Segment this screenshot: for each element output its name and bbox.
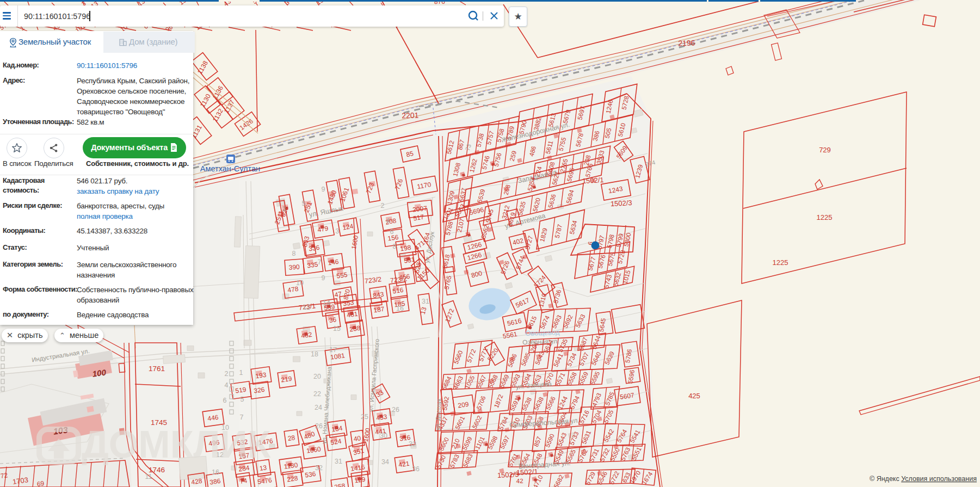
- svg-text:28: 28: [287, 434, 295, 442]
- svg-text:146: 146: [328, 258, 340, 267]
- svg-text:32: 32: [315, 464, 323, 472]
- svg-text:1225: 1225: [817, 213, 833, 221]
- svg-text:32: 32: [409, 440, 416, 448]
- svg-text:482: 482: [301, 331, 313, 340]
- svg-text:524: 524: [330, 437, 342, 447]
- svg-text:2201: 2201: [402, 110, 419, 120]
- svg-text:9: 9: [322, 274, 325, 282]
- svg-text:24: 24: [315, 404, 322, 411]
- svg-text:1502/1: 1502/1: [582, 176, 604, 185]
- svg-text:72: 72: [0, 471, 8, 480]
- svg-text:433: 433: [376, 413, 388, 422]
- svg-text:428: 428: [191, 477, 203, 486]
- svg-text:390: 390: [288, 263, 300, 271]
- svg-text:1761: 1761: [149, 365, 165, 373]
- svg-text:20: 20: [313, 373, 321, 380]
- svg-text:16: 16: [396, 305, 404, 312]
- svg-text:34: 34: [381, 458, 389, 466]
- svg-text:36: 36: [412, 465, 420, 473]
- svg-text:3: 3: [336, 227, 340, 235]
- svg-text:6: 6: [390, 228, 394, 236]
- svg-text:© Яндекс Условия использования: © Яндекс Условия использования: [870, 475, 977, 483]
- svg-text:18: 18: [311, 350, 318, 358]
- svg-text:Аметхан-Султан: Аметхан-Султан: [200, 164, 260, 173]
- svg-text:4: 4: [386, 217, 390, 225]
- svg-text:7: 7: [318, 258, 322, 266]
- svg-text:228: 228: [287, 474, 299, 484]
- svg-text:17: 17: [329, 346, 337, 354]
- svg-text:42: 42: [516, 478, 523, 484]
- svg-text:12: 12: [303, 304, 310, 311]
- svg-text:36: 36: [329, 316, 337, 324]
- svg-text:421: 421: [398, 460, 410, 469]
- svg-text:193: 193: [255, 371, 267, 380]
- svg-text:100: 100: [92, 367, 107, 378]
- svg-text:5: 5: [302, 200, 306, 207]
- svg-text:1: 1: [239, 369, 243, 377]
- svg-text:2: 2: [381, 202, 385, 209]
- svg-text:238: 238: [349, 324, 361, 334]
- svg-text:2: 2: [225, 370, 229, 378]
- svg-text:16: 16: [212, 468, 219, 476]
- svg-text:326: 326: [254, 386, 266, 395]
- svg-text:1502/1: 1502/1: [516, 467, 538, 477]
- svg-text:353: 353: [343, 299, 355, 308]
- svg-text:129: 129: [354, 476, 366, 485]
- svg-text:11: 11: [145, 473, 152, 480]
- svg-text:198: 198: [400, 244, 412, 253]
- svg-text:26: 26: [392, 406, 399, 414]
- svg-text:74: 74: [239, 477, 248, 485]
- svg-text:22: 22: [313, 390, 321, 398]
- svg-text:31: 31: [335, 458, 342, 465]
- svg-text:481: 481: [347, 310, 359, 319]
- svg-text:14: 14: [323, 299, 330, 307]
- svg-text:446: 446: [207, 414, 219, 423]
- svg-text:219: 219: [281, 375, 293, 384]
- svg-text:336: 336: [309, 244, 320, 253]
- svg-text:47: 47: [334, 290, 343, 299]
- svg-text:519: 519: [235, 386, 247, 395]
- svg-text:187: 187: [373, 305, 385, 315]
- svg-text:5: 5: [241, 396, 244, 403]
- svg-text:15: 15: [333, 325, 341, 332]
- svg-text:ДОМКЛИК: ДОМКЛИК: [82, 423, 271, 466]
- svg-text:30: 30: [380, 432, 387, 440]
- svg-text:3: 3: [282, 205, 286, 213]
- svg-text:134: 134: [331, 424, 343, 434]
- svg-text:425: 425: [688, 392, 700, 400]
- svg-text:516: 516: [392, 286, 404, 295]
- svg-text:1502/3: 1502/3: [611, 199, 632, 208]
- svg-text:6: 6: [223, 397, 227, 404]
- svg-text:31: 31: [422, 298, 429, 305]
- svg-text:40: 40: [353, 434, 361, 443]
- svg-text:386: 386: [209, 477, 221, 486]
- svg-text:843: 843: [373, 291, 385, 300]
- svg-text:Овощевод: Овощевод: [525, 328, 560, 337]
- svg-text:209: 209: [458, 400, 470, 410]
- svg-text:335: 335: [307, 261, 319, 270]
- svg-text:9: 9: [322, 186, 325, 193]
- svg-text:8: 8: [393, 243, 397, 250]
- svg-text:729: 729: [819, 146, 831, 154]
- svg-text:1225: 1225: [773, 258, 788, 267]
- svg-text:25: 25: [361, 413, 368, 421]
- svg-text:4: 4: [225, 381, 229, 389]
- svg-text:258: 258: [334, 482, 346, 487]
- svg-text:7: 7: [240, 414, 244, 421]
- svg-text:2196: 2196: [678, 38, 695, 47]
- svg-text:8: 8: [292, 250, 296, 257]
- svg-text:555: 555: [336, 271, 348, 280]
- svg-text:10: 10: [296, 279, 304, 287]
- svg-text:69: 69: [36, 479, 45, 487]
- svg-text:26: 26: [315, 422, 323, 430]
